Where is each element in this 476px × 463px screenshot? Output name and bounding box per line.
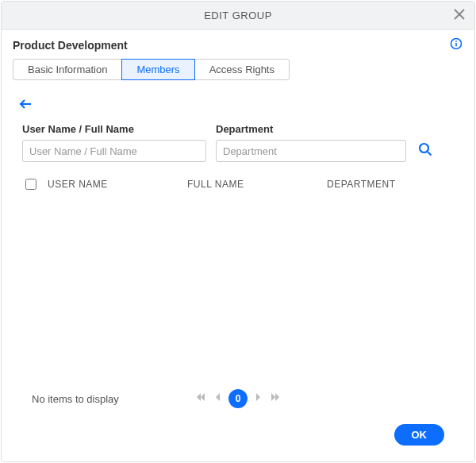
column-header-department[interactable]: DEPARTMENT — [327, 179, 463, 190]
info-icon — [450, 37, 463, 53]
table-body — [13, 197, 463, 381]
svg-rect-3 — [455, 43, 457, 46]
tab-basic-information[interactable]: Basic Information — [13, 59, 122, 80]
info-button[interactable] — [449, 38, 463, 52]
department-input[interactable] — [216, 140, 406, 162]
pager-row: No items to display 0 — [13, 381, 463, 416]
chevron-left-icon — [213, 392, 224, 406]
back-button[interactable] — [16, 96, 35, 115]
department-label: Department — [216, 123, 406, 135]
pager-prev[interactable] — [211, 390, 225, 407]
tab-members[interactable]: Members — [121, 59, 194, 80]
ok-button[interactable]: OK — [394, 424, 445, 446]
edit-group-dialog: EDIT GROUP Product Development Basic Inf… — [1, 1, 475, 462]
table-header: USER NAME FULL NAME DEPARTMENT — [13, 172, 463, 197]
search-button[interactable] — [416, 140, 435, 162]
pager-next[interactable] — [251, 390, 265, 407]
pager-last[interactable] — [268, 390, 282, 407]
header-row: Product Development — [2, 30, 474, 56]
search-icon — [418, 142, 432, 160]
group-name: Product Development — [13, 39, 449, 52]
department-field: Department — [216, 123, 406, 162]
username-field: User Name / Full Name — [22, 123, 206, 162]
username-label: User Name / Full Name — [22, 123, 206, 135]
no-items-text: No items to display — [32, 393, 119, 405]
close-button[interactable] — [451, 7, 468, 25]
chevrons-right-icon — [270, 392, 281, 406]
footer: OK — [13, 416, 463, 461]
titlebar: EDIT GROUP — [2, 2, 474, 30]
pager: 0 — [194, 389, 282, 408]
dialog-title: EDIT GROUP — [204, 10, 272, 21]
svg-point-6 — [420, 144, 428, 152]
search-row: User Name / Full Name Department — [13, 123, 463, 172]
tabs: Basic Information Members Access Rights — [2, 56, 474, 87]
select-all-cell — [22, 176, 48, 192]
username-input[interactable] — [22, 140, 206, 162]
chevrons-left-icon — [195, 392, 206, 406]
column-header-username[interactable]: USER NAME — [48, 179, 187, 190]
close-icon — [454, 7, 465, 24]
pager-current-page[interactable]: 0 — [228, 389, 248, 408]
pager-first[interactable] — [194, 390, 208, 407]
column-header-fullname[interactable]: FULL NAME — [187, 179, 327, 190]
arrow-left-icon — [18, 97, 33, 114]
content: User Name / Full Name Department USER NA… — [2, 87, 474, 461]
select-all-checkbox[interactable] — [25, 179, 36, 190]
chevron-right-icon — [252, 392, 263, 406]
svg-line-7 — [428, 152, 432, 156]
svg-rect-4 — [455, 41, 457, 42]
tab-access-rights[interactable]: Access Rights — [194, 59, 290, 80]
